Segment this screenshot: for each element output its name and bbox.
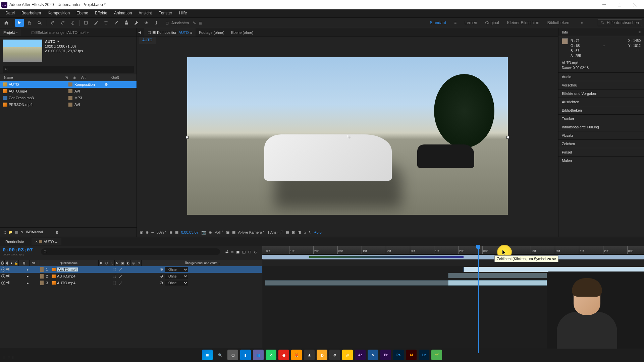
tb-ai[interactable]: Ai	[406, 350, 417, 360]
workspace-bib[interactable]: Bibliotheken	[547, 20, 569, 25]
hand-tool[interactable]	[25, 19, 34, 27]
tb-teams[interactable]: 👥	[253, 350, 264, 360]
layer-row-3[interactable]: ▸ 3 AUTO.mp4 ⬚／ ᘐOhne	[0, 280, 262, 286]
menu-effekte[interactable]: Effekte	[92, 9, 111, 17]
tb-taskview[interactable]: ▢	[227, 350, 238, 360]
puppet-tool[interactable]	[152, 19, 161, 27]
panel-vorschau[interactable]: Vorschau	[558, 81, 644, 89]
tb-search[interactable]: 🔍	[215, 350, 225, 360]
rect-tool[interactable]	[82, 19, 90, 27]
menu-datei[interactable]: Datei	[2, 9, 18, 17]
roto-tool[interactable]	[142, 19, 151, 27]
tb-app4[interactable]: ◐	[317, 350, 327, 360]
tl-icon-3[interactable]: ▣	[236, 250, 239, 254]
tl-icon-1[interactable]: ⇄	[225, 250, 228, 254]
panel-tracker[interactable]: Tracker	[558, 114, 644, 123]
menu-ansicht[interactable]: Ansicht	[135, 9, 155, 17]
tb-lr[interactable]: Lr	[419, 350, 429, 360]
minimize-button[interactable]	[596, 0, 612, 9]
show-channel[interactable]: ◉	[209, 230, 212, 235]
tab-effects[interactable]: ▢Effekteinstellungen AUTO.mp4»	[28, 29, 92, 36]
audio-toggle[interactable]	[6, 274, 9, 278]
tl-icon-6[interactable]: ◇	[254, 250, 257, 254]
col-name[interactable]: Name	[3, 76, 64, 79]
panel-pinsel[interactable]: Pinsel	[558, 148, 644, 156]
tb-explorer[interactable]: 📁	[342, 350, 353, 360]
col-size[interactable]: Größ	[110, 76, 120, 79]
tab-tl-auto[interactable]: ×AUTO≡	[32, 238, 61, 245]
project-search[interactable]	[3, 66, 134, 73]
panel-ausrichten[interactable]: Ausrichten	[558, 98, 644, 106]
parent-dropdown[interactable]: Ohne	[165, 281, 188, 286]
visibility-toggle[interactable]	[1, 281, 5, 285]
panel-malen[interactable]: Malen	[558, 156, 644, 165]
timeline-search[interactable]	[41, 248, 220, 255]
tl-icon-2[interactable]: ⧈	[231, 250, 233, 254]
visibility-toggle[interactable]	[1, 274, 5, 278]
menu-ebene[interactable]: Ebene	[73, 9, 92, 17]
eraser-tool[interactable]	[132, 19, 141, 27]
tb-firefox[interactable]: 🦊	[291, 350, 302, 360]
tb-start[interactable]: ⊞	[202, 350, 213, 360]
tb-obs[interactable]: ⊙	[329, 350, 340, 360]
tb-app5[interactable]: ✎	[368, 350, 378, 360]
parent-dropdown[interactable]: Ohne	[165, 274, 188, 279]
workspace-klein[interactable]: Kleiner Bildschirm	[507, 20, 539, 25]
tab-renderliste[interactable]: Renderliste	[1, 238, 28, 245]
tab-footage[interactable]: Footage (ohne)	[196, 28, 227, 37]
close-button[interactable]	[627, 0, 643, 9]
icon-d[interactable]: ⌂	[304, 230, 306, 234]
tb-app1[interactable]: ▮	[240, 350, 251, 360]
panel-bibliotheken[interactable]: Bibliotheken	[558, 106, 644, 114]
menu-animation[interactable]: Animation	[111, 9, 135, 17]
layer-row-1[interactable]: ▸ 1 AUTO.mp4 ⬚／ ᘐOhne	[0, 266, 262, 273]
panel-inhalt[interactable]: Inhaltsbasierte Füllung	[558, 123, 644, 131]
tb-app3[interactable]: ♟	[304, 350, 315, 360]
tl-icon-4[interactable]: ◫	[242, 250, 246, 254]
panel-zeichen[interactable]: Zeichen	[558, 139, 644, 148]
workspace-lernen[interactable]: Lernen	[465, 20, 477, 25]
col-nr[interactable]: Nr.	[30, 260, 38, 266]
snapshot-icon[interactable]: 📷	[201, 230, 206, 235]
adjust-icon[interactable]: ✎	[21, 230, 23, 234]
comp-subtab[interactable]: AUTO	[139, 37, 156, 44]
bitdepth[interactable]: 8-Bit-Kanal	[26, 230, 43, 234]
menu-komposition[interactable]: Komposition	[44, 9, 73, 17]
icon-c[interactable]: ◨	[298, 230, 301, 235]
menu-fenster[interactable]: Fenster	[155, 9, 176, 17]
tb-app6[interactable]: 🌱	[431, 350, 442, 360]
icon-b[interactable]: ⊞	[292, 230, 295, 235]
tl-icon-5[interactable]: ⊡	[248, 250, 251, 254]
tb-app2[interactable]: ◉	[278, 350, 289, 360]
project-item-person[interactable]: PERSON.mp4AVI	[0, 101, 137, 108]
views-dropdown[interactable]: 1 Ansi... ˅	[267, 230, 283, 235]
tab-composition[interactable]: ▢▦Komposition AUTO ≡	[144, 28, 196, 37]
clip-2[interactable]	[448, 273, 562, 278]
timeline-timecode[interactable]: 0;00;03;07	[3, 247, 33, 253]
pickwhip-icon[interactable]: ᘐ	[160, 267, 163, 272]
help-search[interactable]: Hilfe durchsuchen	[598, 19, 642, 26]
clone-tool[interactable]	[122, 19, 130, 27]
tb-whatsapp[interactable]: ✆	[266, 350, 276, 360]
audio-toggle[interactable]	[6, 281, 9, 284]
interpret-icon[interactable]: ⬚	[3, 230, 6, 234]
tb-ps[interactable]: Ps	[393, 350, 404, 360]
clip-3a[interactable]	[265, 280, 448, 286]
col-parent[interactable]: Übergeordnet und verkn...	[142, 260, 262, 266]
pickwhip-icon[interactable]: ᘐ	[160, 281, 163, 285]
icon-a[interactable]: ▦	[286, 230, 289, 235]
anchor-tool[interactable]	[68, 19, 77, 27]
maximize-button[interactable]	[612, 0, 627, 9]
project-list[interactable]: AUTOKomposition⚙ AUTO.mp4AVI Car Crash.m…	[0, 81, 137, 227]
roi-icon2[interactable]: ▦	[232, 230, 235, 235]
tb-ae[interactable]: Ae	[355, 350, 366, 360]
channel-icon[interactable]: ⊕	[146, 230, 149, 235]
visibility-toggle[interactable]	[1, 267, 5, 272]
tab-info[interactable]: Info≡	[558, 28, 644, 36]
pen-tool[interactable]	[92, 19, 100, 27]
parent-dropdown[interactable]: Ohne	[165, 267, 188, 272]
tb-pr[interactable]: Pr	[380, 350, 391, 360]
playhead[interactable]	[476, 245, 480, 250]
time-ruler[interactable]: 00f 19f 29f 09f 19f 29f 09f 19f 29f 09f …	[262, 246, 644, 254]
audio-toggle[interactable]	[6, 267, 9, 271]
